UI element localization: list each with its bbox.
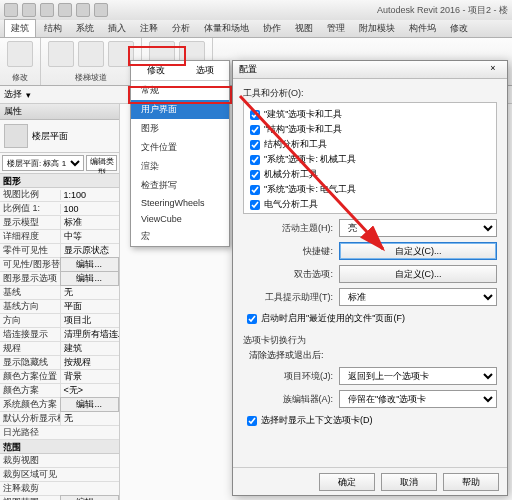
properties-grid[interactable]: 图形视图比例1:100比例值 1:100显示模型标准详细程度中等零件可见性显示原… [0,174,119,500]
qat-print-icon[interactable] [94,3,108,17]
menu-top-modify[interactable]: 修改 [131,61,180,80]
prop-row[interactable]: 显示隐藏线按规程 [0,356,119,370]
qat-save-icon[interactable] [40,3,54,17]
prop-row[interactable]: 图形显示选项编辑... [0,272,119,286]
menu-item[interactable]: 常规 [131,81,229,100]
prop-row[interactable]: 规程建筑 [0,342,119,356]
menu-top-options[interactable]: 选项 [180,61,229,80]
tooltip-select[interactable]: 标准 [339,288,497,306]
ribbon-tab-分析[interactable]: 分析 [166,20,196,37]
fam-editor-select[interactable]: 停留在"修改"选项卡 [339,390,497,408]
ribbon-tab-体量和场地[interactable]: 体量和场地 [198,20,255,37]
prop-value[interactable]: 编辑... [60,257,120,272]
menu-item[interactable]: 宏 [131,227,229,246]
menu-item[interactable]: 文件位置 [131,138,229,157]
prop-row[interactable]: 视图范围编辑... [0,496,119,500]
ribbon-tab-附加模块[interactable]: 附加模块 [353,20,401,37]
prop-value[interactable]: 1:100 [60,190,120,200]
help-button[interactable]: 帮助 [443,473,499,491]
context-tab-checkbox[interactable] [247,416,257,426]
ribbon-tab-插入[interactable]: 插入 [102,20,132,37]
ribbon-tab-系统[interactable]: 系统 [70,20,100,37]
prop-row[interactable]: 方向项目北 [0,314,119,328]
tool-item[interactable]: "系统"选项卡: 电气工具 [250,182,490,197]
prop-value[interactable]: 编辑... [60,397,120,412]
prop-row[interactable]: 系统颜色方案编辑... [0,398,119,412]
ribbon-tab-修改[interactable]: 修改 [444,20,474,37]
tool-checkbox[interactable] [250,170,260,180]
prop-value[interactable]: 编辑... [60,495,120,500]
close-icon[interactable]: × [485,63,501,76]
prop-value[interactable]: 编辑... [60,271,120,286]
cancel-button[interactable]: 取消 [381,473,437,491]
prop-row[interactable]: 日光路径 [0,426,119,440]
tool-checkbox[interactable] [250,140,260,150]
recent-files-checkbox[interactable] [247,314,257,324]
prop-row[interactable]: 颜色方案<无> [0,384,119,398]
ribbon-tab-视图[interactable]: 视图 [289,20,319,37]
prop-value[interactable]: 按规程 [60,356,120,369]
tool-item[interactable]: 机械分析工具 [250,167,490,182]
menu-item[interactable]: 用户界面 [131,100,229,119]
prop-row[interactable]: 裁剪区域可见 [0,468,119,482]
ribbon-tab-结构[interactable]: 结构 [38,20,68,37]
tool-item[interactable]: 电气分析工具 [250,197,490,212]
prop-value[interactable]: 中等 [60,230,120,243]
ribbon-tab-注释[interactable]: 注释 [134,20,164,37]
qat-undo-icon[interactable] [58,3,72,17]
ribbon-tab-建筑[interactable]: 建筑 [4,19,36,37]
prop-row[interactable]: 比例值 1:100 [0,202,119,216]
menu-item[interactable]: SteeringWheels [131,195,229,211]
active-theme-select[interactable]: 亮 [339,219,497,237]
menu-item[interactable]: ViewCube [131,211,229,227]
prop-row[interactable]: 默认分析显示样...无 [0,412,119,426]
tool-checkbox[interactable] [250,110,260,120]
instance-selector[interactable]: 楼层平面: 标高 1 [2,155,84,171]
prop-value[interactable]: 平面 [60,300,120,313]
prop-value[interactable]: 无 [60,286,120,299]
prop-value[interactable]: 标准 [60,216,120,229]
prop-value[interactable]: <无> [60,384,120,397]
edit-type-button[interactable]: 编辑类型 [86,155,117,171]
prop-value[interactable]: 100 [60,204,120,214]
tool-item[interactable]: "结构"选项卡和工具 [250,122,490,137]
tools-list[interactable]: "建筑"选项卡和工具"结构"选项卡和工具结构分析和工具"系统"选项卡: 机械工具… [243,102,497,214]
prop-row[interactable]: 基线方向平面 [0,300,119,314]
qat-redo-icon[interactable] [76,3,90,17]
tool-item[interactable]: "系统"选项卡: 机械工具 [250,152,490,167]
shortcut-customize-button[interactable]: 自定义(C)... [339,242,497,260]
ribbon-tab-管理[interactable]: 管理 [321,20,351,37]
qat-open-icon[interactable] [22,3,36,17]
menu-item[interactable]: 图形 [131,119,229,138]
proj-env-select[interactable]: 返回到上一个选项卡 [339,367,497,385]
prop-row[interactable]: 墙连接显示清理所有墙连... [0,328,119,342]
prop-row[interactable]: 裁剪视图 [0,454,119,468]
ok-button[interactable]: 确定 [319,473,375,491]
prop-row[interactable]: 基线无 [0,286,119,300]
tool-checkbox[interactable] [250,185,260,195]
prop-row[interactable]: 颜色方案位置背景 [0,370,119,384]
prop-value[interactable]: 项目北 [60,314,120,327]
menu-item[interactable]: 渲染 [131,157,229,176]
tool-item[interactable]: 结构分析和工具 [250,137,490,152]
tool-checkbox[interactable] [250,200,260,210]
stair-icon[interactable] [48,41,74,67]
ribbon-tab-协作[interactable]: 协作 [257,20,287,37]
prop-row[interactable]: 视图比例1:100 [0,188,119,202]
prop-row[interactable]: 零件可见性显示原状态 [0,244,119,258]
app-icon[interactable] [4,3,18,17]
ramp-icon[interactable] [78,41,104,67]
prop-value[interactable]: 无 [60,412,120,425]
tool-checkbox[interactable] [250,125,260,135]
tool-item[interactable]: "建筑"选项卡和工具 [250,107,490,122]
prop-value[interactable]: 建筑 [60,342,120,355]
prop-row[interactable]: 显示模型标准 [0,216,119,230]
tool-item[interactable]: "系统"选项卡: 管道工具 [250,212,490,214]
prop-row[interactable]: 注释裁剪 [0,482,119,496]
prop-value[interactable]: 背景 [60,370,120,383]
prop-row[interactable]: 可见性/图形替换编辑... [0,258,119,272]
prop-value[interactable]: 显示原状态 [60,244,120,257]
menu-item[interactable]: 检查拼写 [131,176,229,195]
type-selector[interactable]: 楼层平面 [0,120,119,153]
tool-checkbox[interactable] [250,155,260,165]
